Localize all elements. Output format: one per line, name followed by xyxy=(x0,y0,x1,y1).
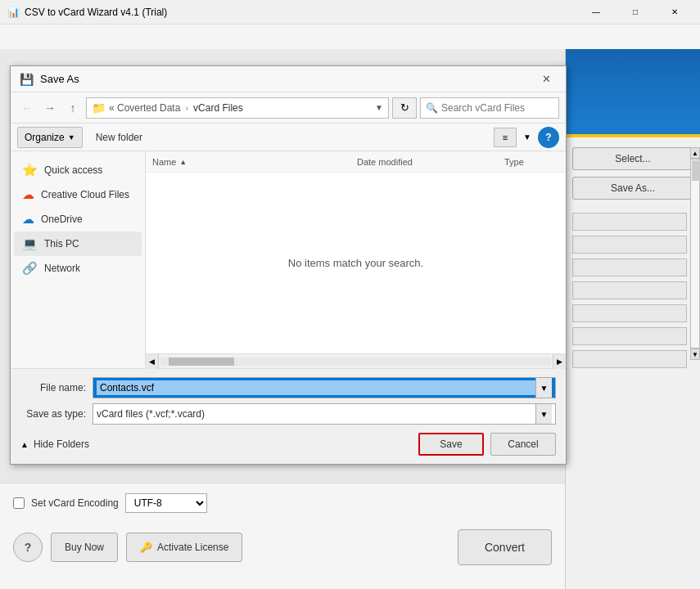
filetype-input[interactable]: vCard files (*.vcf;*.vcard) ▼ xyxy=(93,403,556,425)
h-scroll-track xyxy=(160,357,551,366)
nav-this-pc[interactable]: 💻 This PC xyxy=(14,232,142,256)
field-5 xyxy=(572,304,687,322)
filetype-label: Save as type: xyxy=(20,408,86,420)
buy-now-button[interactable]: Buy Now xyxy=(51,533,118,562)
save-as-dialog: 💾 Save As ✕ ← → ↑ 📁 « Coverted Data › vC… xyxy=(10,65,567,465)
field-1 xyxy=(572,213,687,231)
dialog-addressbar: ← → ↑ 📁 « Coverted Data › vCard Files ▼ … xyxy=(11,92,566,124)
bottom-help-button[interactable]: ? xyxy=(13,533,43,562)
hide-arrow-icon: ▲ xyxy=(20,440,29,449)
breadcrumb-1: « Coverted Data xyxy=(109,102,180,114)
folder-icon: 📁 xyxy=(92,101,106,115)
field-7 xyxy=(572,350,687,368)
this-pc-icon: 💻 xyxy=(22,236,38,251)
h-scroll-thumb xyxy=(169,357,234,366)
help-button[interactable]: ? xyxy=(538,127,559,148)
breadcrumb-2: vCard Files xyxy=(193,102,372,114)
onedrive-icon: ☁ xyxy=(22,212,34,227)
minimize-button[interactable]: — xyxy=(577,0,615,25)
view-dropdown-button[interactable]: ▼ xyxy=(520,128,535,147)
scroll-left-btn[interactable]: ◀ xyxy=(146,354,159,369)
footer-buttons-row: ▲ Hide Folders Save Cancel xyxy=(20,433,556,456)
select-button[interactable]: Select... xyxy=(572,147,693,170)
close-button[interactable]: ✕ xyxy=(656,0,693,25)
maximize-button[interactable]: □ xyxy=(616,0,654,25)
hide-folders-toggle[interactable]: ▲ Hide Folders xyxy=(20,438,89,450)
key-icon: 🔑 xyxy=(140,542,152,553)
file-column-headers: Name ▲ Date modified Type xyxy=(146,151,566,173)
field-4 xyxy=(572,281,687,299)
new-folder-button[interactable]: New folder xyxy=(89,127,149,148)
scroll-right-btn[interactable]: ▶ xyxy=(553,354,566,369)
app-action-buttons: ? Buy Now 🔑 Activate License Convert xyxy=(0,523,565,572)
filename-dropdown[interactable]: ▼ xyxy=(535,378,552,398)
search-bar[interactable]: 🔍 xyxy=(420,97,559,119)
nav-sidebar: ⭐ Quick access ☁ Creative Cloud Files ☁ … xyxy=(11,151,146,368)
field-6 xyxy=(572,327,687,345)
action-buttons: Save Cancel xyxy=(418,433,556,456)
right-panel-fields xyxy=(572,213,693,371)
scroll-up-btn[interactable]: ▲ xyxy=(690,147,700,159)
search-input[interactable] xyxy=(441,102,564,114)
activate-license-button[interactable]: 🔑 Activate License xyxy=(126,533,242,562)
address-dropdown-arrow[interactable]: ▼ xyxy=(375,103,383,112)
file-area: Name ▲ Date modified Type No items match… xyxy=(146,151,566,368)
col-date-header[interactable]: Date modified xyxy=(357,157,504,167)
address-bar[interactable]: 📁 « Coverted Data › vCard Files ▼ xyxy=(86,97,389,119)
scroll-track xyxy=(690,159,700,348)
filename-input[interactable]: Contacts.vcf ▼ xyxy=(93,377,556,398)
window-controls: — □ ✕ xyxy=(577,0,693,25)
dialog-titlebar: 💾 Save As ✕ xyxy=(11,66,566,92)
scroll-down-btn[interactable]: ▼ xyxy=(690,348,700,360)
hide-folders-label: Hide Folders xyxy=(34,438,89,450)
dialog-container: 💾 Save As ✕ ← → ↑ 📁 « Coverted Data › vC… xyxy=(0,49,565,524)
h-scrollbar: ◀ ▶ xyxy=(146,353,566,368)
filetype-row: Save as type: vCard files (*.vcf;*.vcard… xyxy=(20,403,556,425)
scroll-thumb xyxy=(692,160,700,181)
convert-button[interactable]: Convert xyxy=(458,529,552,565)
network-icon: 🔗 xyxy=(22,261,38,276)
right-panel-header xyxy=(566,49,700,137)
refresh-button[interactable]: ↻ xyxy=(392,97,417,119)
up-button[interactable]: ↑ xyxy=(63,98,83,118)
save-button[interactable]: Save xyxy=(418,433,484,456)
dialog-toolbar2: Organize ▼ New folder ≡ ▼ ? xyxy=(11,124,566,151)
nav-quick-access[interactable]: ⭐ Quick access xyxy=(14,158,142,182)
file-empty-state: No items match your search. xyxy=(146,173,566,353)
col-name-header[interactable]: Name ▲ xyxy=(152,157,357,167)
dialog-footer: File name: Contacts.vcf ▼ Save as type: … xyxy=(11,368,566,464)
col-type-header[interactable]: Type xyxy=(504,157,559,167)
app-window: Select... Save As... ▲ ▼ xyxy=(0,25,700,589)
dialog-close-button[interactable]: ✕ xyxy=(535,69,558,90)
save-as-button[interactable]: Save As... xyxy=(572,177,693,200)
sort-arrow: ▲ xyxy=(179,158,187,166)
field-2 xyxy=(572,236,687,254)
filetype-dropdown[interactable]: ▼ xyxy=(535,404,552,424)
search-icon: 🔍 xyxy=(426,102,438,114)
dialog-icon: 💾 xyxy=(19,72,34,87)
filename-label: File name: xyxy=(20,382,86,393)
back-button[interactable]: ← xyxy=(17,98,37,118)
view-controls: ≡ ▼ ? xyxy=(494,127,559,148)
dialog-body: ⭐ Quick access ☁ Creative Cloud Files ☁ … xyxy=(11,151,566,368)
dialog-title: Save As xyxy=(40,73,535,85)
filename-value: Contacts.vcf xyxy=(97,380,535,395)
app-title: CSV to vCard Wizard v4.1 (Trial) xyxy=(25,7,577,18)
path-separator: › xyxy=(185,103,188,113)
app-icon: 📊 xyxy=(7,6,20,19)
field-3 xyxy=(572,259,687,277)
nav-onedrive[interactable]: ☁ OneDrive xyxy=(14,207,142,232)
organize-button[interactable]: Organize ▼ xyxy=(17,127,83,148)
nav-network[interactable]: 🔗 Network xyxy=(14,256,142,281)
nav-creative-cloud[interactable]: ☁ Creative Cloud Files xyxy=(14,182,142,207)
quick-access-icon: ⭐ xyxy=(22,163,38,178)
forward-button[interactable]: → xyxy=(40,98,60,118)
title-bar: 📊 CSV to vCard Wizard v4.1 (Trial) — □ ✕ xyxy=(0,0,700,25)
right-panel: Select... Save As... ▲ ▼ xyxy=(565,49,700,589)
filetype-value: vCard files (*.vcf;*.vcard) xyxy=(97,408,535,420)
creative-cloud-icon: ☁ xyxy=(22,187,34,202)
filename-row: File name: Contacts.vcf ▼ xyxy=(20,377,556,398)
cancel-button[interactable]: Cancel xyxy=(490,433,556,456)
right-scrollbar[interactable]: ▲ ▼ xyxy=(690,147,700,360)
view-list-button[interactable]: ≡ xyxy=(494,128,517,147)
